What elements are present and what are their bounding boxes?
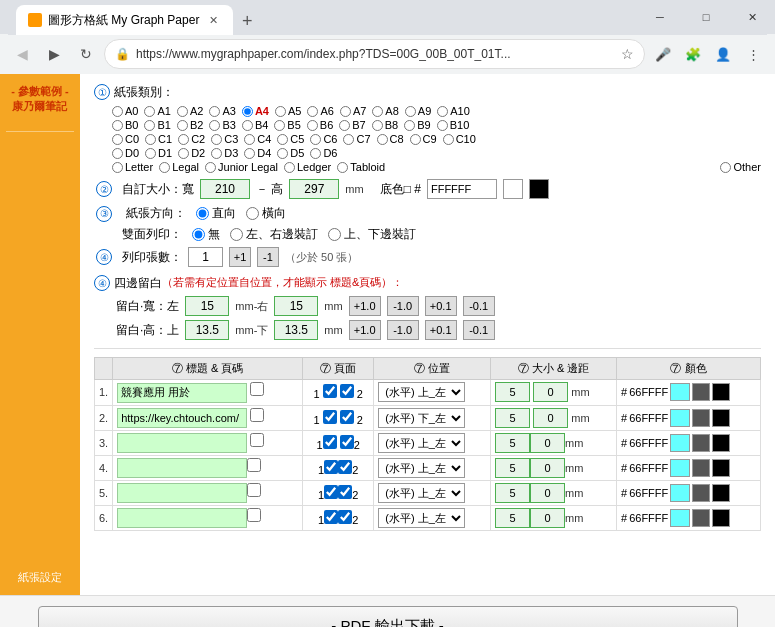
radio-D2[interactable]: D2 — [178, 147, 205, 159]
puzzle-icon[interactable]: 🧩 — [679, 40, 707, 68]
row1-text-input[interactable] — [117, 383, 247, 403]
margin-h-plus01-button[interactable]: +0.1 — [425, 320, 457, 340]
row5-checkbox[interactable] — [247, 483, 261, 497]
row6-text-input[interactable] — [117, 508, 247, 528]
row1-black-swatch[interactable] — [712, 383, 730, 401]
radio-Tabloid[interactable]: Tabloid — [337, 161, 385, 173]
pdf-download-button[interactable]: - PDF 輸出下載 - — [38, 606, 738, 627]
radio-C6[interactable]: C6 — [310, 133, 337, 145]
radio-B2[interactable]: B2 — [177, 119, 203, 131]
radio-D0[interactable]: D0 — [112, 147, 139, 159]
row5-page1-check[interactable] — [324, 485, 338, 499]
radio-B7[interactable]: B7 — [339, 119, 365, 131]
row5-black-swatch[interactable] — [712, 484, 730, 502]
row5-size-input[interactable] — [495, 483, 530, 503]
radio-C0[interactable]: C0 — [112, 133, 139, 145]
row1-margin-input[interactable] — [533, 382, 568, 402]
row4-margin-input[interactable] — [530, 458, 565, 478]
row1-dark-swatch[interactable] — [692, 383, 710, 401]
row2-page1-check[interactable] — [323, 410, 337, 424]
row3-page1-check[interactable] — [323, 435, 337, 449]
row3-color-swatch[interactable] — [670, 434, 690, 452]
radio-A7[interactable]: A7 — [340, 105, 366, 117]
row6-black-swatch[interactable] — [712, 509, 730, 527]
maximize-button[interactable]: □ — [683, 0, 729, 34]
margin-h-minus1-button[interactable]: -1.0 — [387, 320, 419, 340]
row6-size-input[interactable] — [495, 508, 530, 528]
height-input[interactable] — [289, 179, 339, 199]
row1-page2-check[interactable] — [340, 384, 354, 398]
minimize-button[interactable]: ─ — [637, 0, 683, 34]
row1-size-input[interactable] — [495, 382, 530, 402]
row2-checkbox[interactable] — [250, 408, 264, 422]
margin-w-minus1-button[interactable]: -1.0 — [387, 296, 419, 316]
row6-dark-swatch[interactable] — [692, 509, 710, 527]
margin-right-input[interactable] — [274, 296, 318, 316]
width-input[interactable] — [200, 179, 250, 199]
black-color-swatch[interactable] — [529, 179, 549, 199]
row6-margin-input[interactable] — [530, 508, 565, 528]
row6-position-select[interactable]: (水平) 上_左 — [378, 508, 465, 528]
duplex-tb-option[interactable]: 上、下邊裝訂 — [328, 226, 416, 243]
radio-B10[interactable]: B10 — [437, 119, 470, 131]
row3-page2-check[interactable] — [340, 435, 354, 449]
row6-page1-check[interactable] — [324, 510, 338, 524]
radio-A3[interactable]: A3 — [209, 105, 235, 117]
forward-button[interactable]: ▶ — [40, 40, 68, 68]
mic-icon[interactable]: 🎤 — [649, 40, 677, 68]
margin-w-minus01-button[interactable]: -0.1 — [463, 296, 495, 316]
row4-page2-check[interactable] — [338, 460, 352, 474]
radio-JuniorLegal[interactable]: Junior Legal — [205, 161, 278, 173]
landscape-option[interactable]: 橫向 — [246, 205, 286, 222]
radio-D3[interactable]: D3 — [211, 147, 238, 159]
user-icon[interactable]: 👤 — [709, 40, 737, 68]
radio-Ledger[interactable]: Ledger — [284, 161, 331, 173]
radio-C5[interactable]: C5 — [277, 133, 304, 145]
row5-text-input[interactable] — [117, 483, 247, 503]
row5-position-select[interactable]: (水平) 上_左 — [378, 483, 465, 503]
bgcolor-input[interactable] — [427, 179, 497, 199]
browser-tab[interactable]: 圖形方格紙 My Graph Paper ✕ — [16, 5, 233, 35]
radio-Other[interactable]: Other — [720, 161, 761, 173]
radio-A2[interactable]: A2 — [177, 105, 203, 117]
row5-page2-check[interactable] — [338, 485, 352, 499]
row2-text-input[interactable] — [117, 408, 247, 428]
row1-position-select[interactable]: (水平) 上_左 (水平) 下_左 (水平) 上_右 (水平) 下_右 — [378, 382, 465, 402]
radio-A4[interactable]: A4 — [242, 105, 269, 117]
row2-color-swatch[interactable] — [670, 409, 690, 427]
row4-page1-check[interactable] — [324, 460, 338, 474]
radio-D4[interactable]: D4 — [244, 147, 271, 159]
row1-color-swatch[interactable] — [670, 383, 690, 401]
radio-C2[interactable]: C2 — [178, 133, 205, 145]
address-bar[interactable]: 🔒 https://www.mygraphpaper.com/index.php… — [104, 39, 645, 69]
refresh-button[interactable]: ↻ — [72, 40, 100, 68]
row4-text-input[interactable] — [117, 458, 247, 478]
radio-B9[interactable]: B9 — [404, 119, 430, 131]
tab-close-button[interactable]: ✕ — [205, 12, 221, 28]
radio-C8[interactable]: C8 — [377, 133, 404, 145]
row3-position-select[interactable]: (水平) 上_左 — [378, 433, 465, 453]
copies-input[interactable] — [188, 247, 223, 267]
row6-checkbox[interactable] — [247, 508, 261, 522]
radio-C9[interactable]: C9 — [410, 133, 437, 145]
row2-position-select[interactable]: (水平) 下_左 (水平) 上_左 (水平) 上_右 (水平) 下_右 — [378, 408, 465, 428]
row5-color-swatch[interactable] — [670, 484, 690, 502]
margin-bottom-input[interactable] — [274, 320, 318, 340]
radio-A6[interactable]: A6 — [307, 105, 333, 117]
bookmark-icon[interactable]: ☆ — [621, 46, 634, 62]
radio-B6[interactable]: B6 — [307, 119, 333, 131]
row5-dark-swatch[interactable] — [692, 484, 710, 502]
row3-margin-input[interactable] — [530, 433, 565, 453]
back-button[interactable]: ◀ — [8, 40, 36, 68]
close-button[interactable]: ✕ — [729, 0, 775, 34]
duplex-none-option[interactable]: 無 — [192, 226, 220, 243]
radio-D1[interactable]: D1 — [145, 147, 172, 159]
radio-A0[interactable]: A0 — [112, 105, 138, 117]
row2-black-swatch[interactable] — [712, 409, 730, 427]
margin-w-plus1-button[interactable]: +1.0 — [349, 296, 381, 316]
radio-D6[interactable]: D6 — [310, 147, 337, 159]
radio-B4[interactable]: B4 — [242, 119, 268, 131]
row2-dark-swatch[interactable] — [692, 409, 710, 427]
white-color-swatch[interactable] — [503, 179, 523, 199]
radio-A8[interactable]: A8 — [372, 105, 398, 117]
